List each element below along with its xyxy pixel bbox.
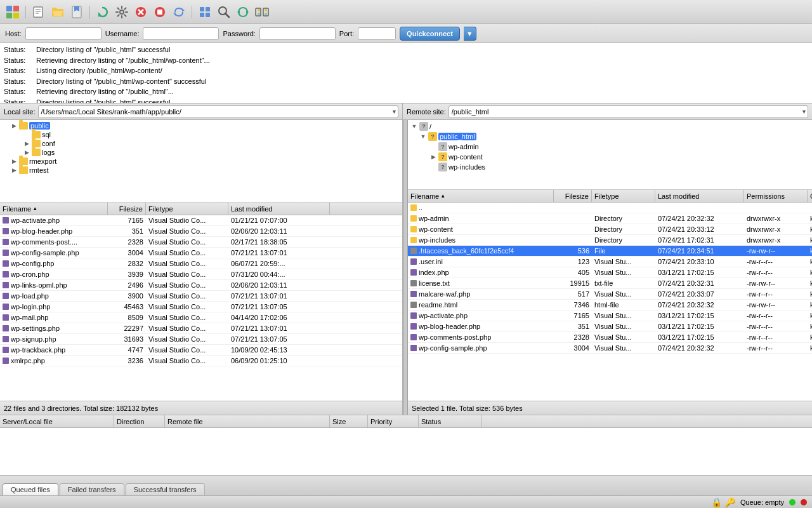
right-file-row-readme[interactable]: readme.html 7346 html-file 07/24/21 20:3… [408,300,812,311]
right-col-header-permissions[interactable]: Permissions [744,190,808,202]
right-file-row-wp-content[interactable]: wp-content Directory 07/24/21 20:33:12 d… [408,224,812,235]
left-tree-conf[interactable]: ▶ conf [0,139,402,148]
username-input[interactable] [143,27,219,40]
right-file-row-index[interactable]: index.php 405 Visual Stu... 03/12/21 17:… [408,267,812,278]
right-tree-root-toggle[interactable]: ▼ [410,123,418,130]
left-col-header-modified[interactable]: Last modified [228,203,330,215]
right-file-row-wp-config-sample[interactable]: wp-config-sample.php 3004 Visual Stu... … [408,343,812,354]
compare-icon[interactable] [254,4,270,20]
right-tree-public-html[interactable]: ▼ ? public_html [408,131,812,142]
right-file-icon-license [410,280,417,286]
svg-marker-16 [182,8,185,11]
left-file-row-wp-signup[interactable]: wp-signup.php 31693 Visual Studio Co... … [0,334,402,345]
reconnect-icon[interactable] [171,4,187,20]
left-file-modified-xmlrpc: 06/09/20 01:25:10 [228,357,330,364]
app-icon[interactable] [5,4,20,20]
password-input[interactable] [259,27,336,40]
open-dir-icon[interactable] [50,4,65,20]
right-tree-wp-admin[interactable]: ? wp-admin [408,142,812,152]
left-tree-public-toggle[interactable]: ▶ [10,123,18,129]
left-file-row-wp-config-sample[interactable]: wp-config-sample.php 3004 Visual Studio … [0,248,402,258]
right-col-header-size[interactable]: Filesize [554,190,592,202]
right-file-row-wp-activate[interactable]: wp-activate.php 7165 Visual Stu... 03/12… [408,311,812,321]
right-file-row-user-ini[interactable]: .user.ini 123 Visual Stu... 07/24/21 20:… [408,257,812,267]
refresh-icon[interactable] [95,4,110,20]
left-file-row-wp-activate[interactable]: wp-activate.php 7165 Visual Studio Co...… [0,215,402,226]
transfer-col-header-priority[interactable]: Priority [368,415,419,427]
local-site-dropdown-arrow[interactable]: ▼ [391,109,397,115]
right-tree-public-html-toggle[interactable]: ▼ [419,133,427,140]
left-file-row-wp-config[interactable]: wp-config.php 2832 Visual Studio Co... 0… [0,258,402,269]
right-file-row-malcare[interactable]: malcare-waf.php 517 Visual Stu... 07/24/… [408,289,812,300]
transfer-col-header-file[interactable]: Server/Local file [0,415,114,427]
file-manager-icon[interactable] [197,4,213,20]
right-file-row-htaccess-back[interactable]: .htaccess_back_60fc1f2e5ccf4 536 File 07… [408,246,812,257]
search-icon[interactable] [216,4,232,20]
left-file-size-wp-mail: 8509 [108,314,146,321]
left-col-header-size[interactable]: Filesize [108,203,146,215]
svg-point-31 [265,13,267,15]
left-file-row-wp-load[interactable]: wp-load.php 3900 Visual Studio Co... 07/… [0,291,402,302]
left-tree-rmtest[interactable]: ▶ rmtest [0,166,402,175]
cancel-icon[interactable] [133,4,148,20]
right-file-row-wp-admin[interactable]: wp-admin Directory 07/24/21 20:32:32 drw… [408,213,812,224]
right-col-header-type[interactable]: Filetype [592,190,655,202]
remote-site-path[interactable]: /public_html [449,105,808,118]
left-tree-logs[interactable]: ▶ logs [0,148,402,157]
left-file-row-xmlrpc[interactable]: xmlrpc.php 3236 Visual Studio Co... 06/0… [0,356,402,366]
left-tree-rmexport[interactable]: ▶ rmexport [0,157,402,166]
right-file-row-wp-blog-header[interactable]: wp-blog-header.php 351 Visual Stu... 03/… [408,321,812,332]
port-input[interactable] [358,27,396,40]
right-file-c-wp-config-sample: k [808,344,812,352]
host-input[interactable] [25,27,102,40]
transfer-col-header-direction[interactable]: Direction [114,415,165,427]
transfer-col-header-size[interactable]: Size [330,415,368,427]
right-file-row-license[interactable]: license.txt 19915 txt-file 07/24/21 20:3… [408,278,812,289]
right-col-header-name[interactable]: Filename ▲ [408,190,554,202]
tab-successful-transfers[interactable]: Successful transfers [126,483,205,495]
right-file-c-malcare: k [808,290,812,298]
left-col-header-type[interactable]: Filetype [146,203,228,215]
right-file-row-wp-includes[interactable]: wp-includes Directory 07/24/21 17:02:31 … [408,235,812,246]
left-file-row-wp-mail[interactable]: wp-mail.php 8509 Visual Studio Co... 04/… [0,312,402,323]
settings-icon[interactable] [114,4,129,20]
left-file-row-wp-cron[interactable]: wp-cron.php 3939 Visual Studio Co... 07/… [0,269,402,280]
right-tree-wp-content-toggle[interactable]: ▶ [429,154,437,160]
right-tree-wp-content[interactable]: ▶ ? wp-content [408,152,812,162]
left-file-row-wp-links-opml[interactable]: wp-links-opml.php 2496 Visual Studio Co.… [0,280,402,291]
left-file-row-wp-login[interactable]: wp-login.php 45463 Visual Studio Co... 0… [0,302,402,312]
bookmark-icon[interactable] [69,4,84,20]
circle-green-icon [789,499,796,505]
left-file-row-wp-blog-header[interactable]: wp-blog-header.php 351 Visual Studio Co.… [0,226,402,237]
right-file-name-htaccess-back: .htaccess_back_60fc1f2e5ccf4 [408,247,554,255]
left-file-icon-wp-blog-header [3,228,9,234]
quickconnect-button[interactable]: Quickconnect [400,27,460,41]
right-file-row-dotdot[interactable]: .. [408,203,812,213]
local-site-path[interactable]: /Users/mac/Local Sites/rank-math/app/pub… [38,105,398,118]
left-file-row-wp-trackback[interactable]: wp-trackback.php 4747 Visual Studio Co..… [0,345,402,356]
left-tree-conf-toggle[interactable]: ▶ [23,140,30,147]
right-col-header-c[interactable]: C [808,190,812,202]
quickconnect-dropdown-button[interactable]: ▼ [464,27,476,41]
left-tree-rmexport-toggle[interactable]: ▶ [10,158,18,164]
tab-queued-files[interactable]: Queued files [3,483,58,495]
new-tab-icon[interactable] [31,4,46,20]
left-tree-rmtest-toggle[interactable]: ▶ [10,167,18,173]
transfer-col-header-remote[interactable]: Remote file [165,415,330,427]
left-file-row-wp-settings[interactable]: wp-settings.php 22297 Visual Studio Co..… [0,323,402,334]
right-tree-root[interactable]: ▼ ? / [408,121,812,131]
right-col-header-modified[interactable]: Last modified [655,190,744,202]
tab-failed-transfers[interactable]: Failed transfers [60,483,124,495]
remote-site-dropdown-arrow[interactable]: ▼ [801,109,807,115]
left-file-list: wp-activate.php 7165 Visual Studio Co...… [0,215,402,401]
right-file-row-wp-comments-post[interactable]: wp-comments-post.php 2328 Visual Stu... … [408,332,812,343]
left-tree-logs-toggle[interactable]: ▶ [23,149,30,156]
left-file-row-wp-comments-post[interactable]: wp-comments-post.... 2328 Visual Studio … [0,237,402,248]
sync-icon[interactable] [235,4,251,20]
stop-icon[interactable] [152,4,167,20]
right-tree-wp-includes[interactable]: ? wp-includes [408,162,812,172]
left-tree-sql[interactable]: sql [0,130,402,139]
transfer-col-header-status[interactable]: Status [419,415,482,427]
left-col-header-name[interactable]: Filename ▲ [0,203,108,215]
left-tree-public[interactable]: ▶ public [0,121,402,130]
